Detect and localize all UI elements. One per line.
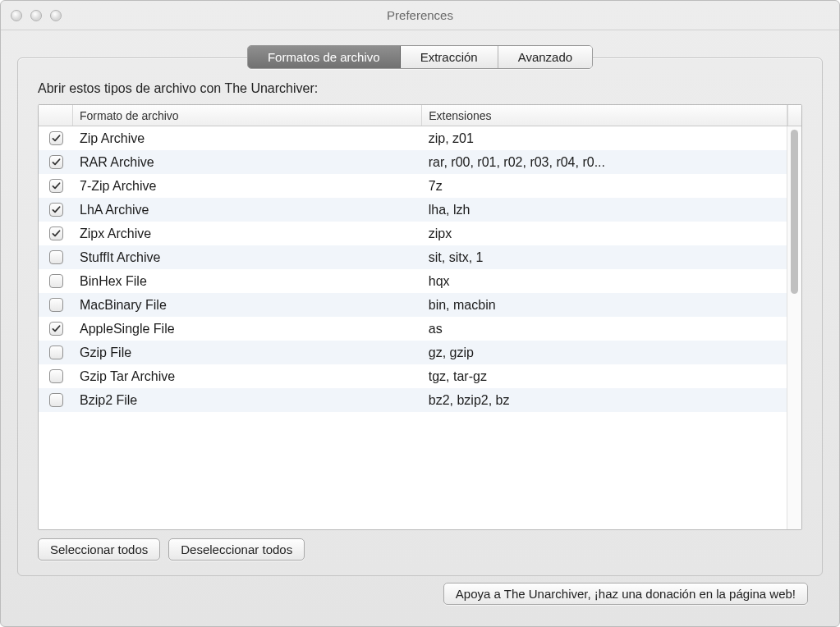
row-format-name: Zip Archive (73, 131, 422, 146)
row-checkbox-cell (39, 274, 73, 288)
row-format-name: MacBinary File (73, 298, 422, 313)
preferences-window: Preferences Formatos de archivo Extracci… (0, 0, 840, 627)
window-title: Preferences (1, 8, 839, 22)
checkbox[interactable] (49, 203, 63, 217)
table-row[interactable]: Gzip Tar Archivetgz, tar-gz (39, 364, 787, 388)
table-body: Zip Archivezip, z01RAR Archiverar, r00, … (39, 126, 787, 529)
content-area: Formatos de archivo Extracción Avanzado … (1, 30, 839, 626)
table-row[interactable] (39, 412, 787, 425)
header-checkbox-col[interactable] (39, 105, 73, 126)
footer: Apoya a The Unarchiver, ¡haz una donació… (17, 576, 823, 616)
formats-table: Formato de archivo Extensiones Zip Archi… (38, 104, 802, 530)
close-icon[interactable] (11, 10, 22, 21)
scroll-thumb[interactable] (791, 130, 798, 294)
checkbox[interactable] (49, 298, 63, 312)
deselect-all-button[interactable]: Deseleccionar todos (168, 538, 305, 561)
checkbox[interactable] (49, 369, 63, 383)
tab-avanzado[interactable]: Avanzado (498, 46, 592, 68)
minimize-icon[interactable] (30, 10, 42, 21)
table-header: Formato de archivo Extensiones (39, 105, 801, 126)
table-row[interactable]: MacBinary Filebin, macbin (39, 293, 787, 317)
checkbox[interactable] (49, 322, 63, 336)
row-format-name: StuffIt Archive (73, 250, 422, 265)
table-row[interactable]: LhA Archivelha, lzh (39, 198, 787, 222)
scrollbar[interactable] (787, 126, 801, 529)
select-all-button[interactable]: Seleccionar todos (38, 538, 160, 561)
row-format-name: 7-Zip Archive (73, 179, 422, 194)
row-extensions: tgz, tar-gz (422, 369, 787, 384)
table-row[interactable]: StuffIt Archivesit, sitx, 1 (39, 245, 787, 269)
tab-extraccion[interactable]: Extracción (401, 46, 498, 68)
row-format-name: LhA Archive (73, 203, 422, 217)
row-format-name: BinHex File (73, 274, 422, 289)
row-extensions: rar, r00, r01, r02, r03, r04, r0... (422, 155, 787, 170)
row-extensions: lha, lzh (422, 203, 787, 217)
row-extensions: hqx (422, 274, 787, 289)
header-scroll-spacer (787, 105, 801, 126)
row-extensions: zipx (422, 227, 787, 241)
row-checkbox-cell (39, 346, 73, 359)
instruction-label: Abrir estos tipos de archivo con The Una… (38, 81, 802, 96)
table-row[interactable]: Zip Archivezip, z01 (39, 126, 787, 150)
table-row[interactable]: BinHex Filehqx (39, 269, 787, 293)
zoom-icon[interactable] (50, 10, 62, 21)
traffic-lights (11, 10, 62, 21)
row-extensions: bz2, bzip2, bz (422, 393, 787, 408)
checkbox[interactable] (49, 227, 63, 240)
row-extensions: bin, macbin (422, 298, 787, 313)
titlebar: Preferences (1, 1, 839, 30)
row-checkbox-cell (39, 250, 73, 264)
checkbox[interactable] (49, 346, 63, 359)
table-row[interactable]: AppleSingle Fileas (39, 317, 787, 341)
table-row[interactable]: 7-Zip Archive7z (39, 174, 787, 198)
header-ext[interactable]: Extensiones (422, 105, 787, 126)
table-row[interactable]: Zipx Archivezipx (39, 222, 787, 245)
row-checkbox-cell (39, 322, 73, 336)
checkbox[interactable] (49, 250, 63, 264)
checkbox[interactable] (49, 131, 63, 145)
row-checkbox-cell (39, 393, 73, 407)
tab-formatos[interactable]: Formatos de archivo (248, 46, 401, 68)
table-row[interactable]: Gzip Filegz, gzip (39, 341, 787, 364)
tab-bar: Formatos de archivo Extracción Avanzado (247, 45, 593, 69)
row-format-name: AppleSingle File (73, 322, 422, 336)
row-format-name: Gzip File (73, 346, 422, 360)
row-extensions: as (422, 322, 787, 336)
row-checkbox-cell (39, 155, 73, 169)
row-checkbox-cell (39, 227, 73, 240)
header-name[interactable]: Formato de archivo (73, 105, 422, 126)
row-extensions: zip, z01 (422, 131, 787, 146)
row-extensions: sit, sitx, 1 (422, 250, 787, 265)
selection-buttons: Seleccionar todos Deseleccionar todos (38, 538, 802, 561)
tab-group: Abrir estos tipos de archivo con The Una… (17, 57, 823, 576)
row-format-name: Gzip Tar Archive (73, 369, 422, 384)
row-checkbox-cell (39, 369, 73, 383)
checkbox[interactable] (49, 393, 63, 407)
table-row[interactable]: RAR Archiverar, r00, r01, r02, r03, r04,… (39, 150, 787, 174)
row-extensions: gz, gzip (422, 346, 787, 360)
row-format-name: RAR Archive (73, 155, 422, 170)
donate-button[interactable]: Apoya a The Unarchiver, ¡haz una donació… (443, 583, 808, 605)
row-checkbox-cell (39, 298, 73, 312)
checkbox[interactable] (49, 179, 63, 193)
row-checkbox-cell (39, 203, 73, 217)
row-format-name: Bzip2 File (73, 393, 422, 408)
row-format-name: Zipx Archive (73, 227, 422, 241)
row-extensions: 7z (422, 179, 787, 194)
row-checkbox-cell (39, 179, 73, 193)
checkbox[interactable] (49, 155, 63, 169)
table-row[interactable]: Bzip2 Filebz2, bzip2, bz (39, 388, 787, 412)
checkbox[interactable] (49, 274, 63, 288)
row-checkbox-cell (39, 131, 73, 145)
